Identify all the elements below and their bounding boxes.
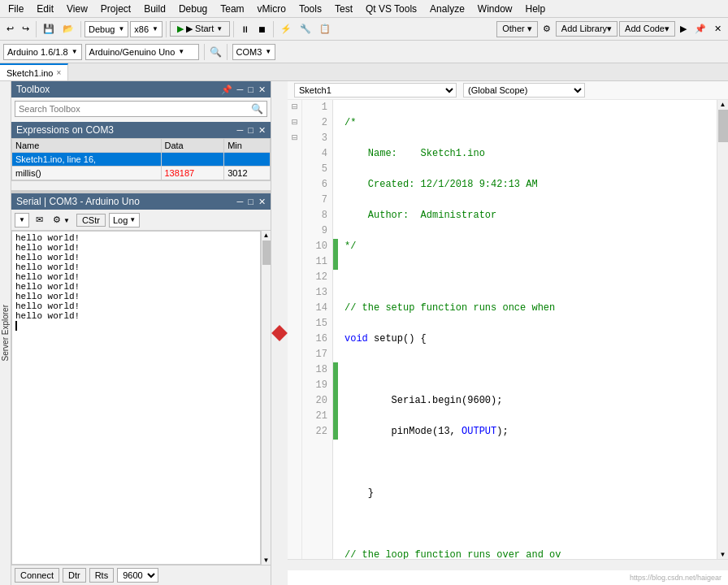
code-scroll-down[interactable]: ▼	[720, 551, 726, 558]
menu-help[interactable]: Help	[519, 2, 552, 16]
rts-button[interactable]: Rts	[89, 568, 115, 583]
serial-expand-btn[interactable]: □	[248, 197, 254, 207]
expressions-table: Name Data Min Sketch1.ino, line 16, mill	[11, 138, 271, 180]
device-dropdown[interactable]: Arduino/Genuino Uno ▼	[85, 44, 199, 60]
menu-window[interactable]: Window	[471, 2, 519, 16]
serial-close-btn[interactable]: ✕	[258, 197, 266, 207]
pin-btn[interactable]: 📌	[691, 22, 709, 36]
menu-build[interactable]: Build	[137, 2, 172, 16]
expr-expand-btn[interactable]: □	[248, 125, 254, 136]
gear-btn[interactable]: ⚙	[540, 22, 554, 36]
stop-btn[interactable]: ⏹	[254, 23, 270, 36]
line-num-21: 21	[307, 409, 327, 424]
code-vscroll[interactable]: ▲ ▼	[717, 100, 728, 559]
start-button[interactable]: ▶ ▶ Start ▼	[170, 21, 230, 37]
add-code-button[interactable]: Add Code▾	[619, 21, 675, 37]
expr-minimize-btn[interactable]: ─	[237, 125, 244, 136]
menu-qtvs[interactable]: Qt VS Tools	[359, 2, 423, 16]
undo-btn[interactable]: ↩	[3, 22, 17, 36]
cstr-btn[interactable]: CStr	[76, 214, 106, 227]
platform-dropdown[interactable]: x86 ▼	[130, 21, 162, 37]
menu-bar: File Edit View Project Build Debug Team …	[0, 0, 728, 18]
scope-dropdown[interactable]: Sketch1	[294, 83, 457, 98]
serial-settings-btn[interactable]: ⚙ ▼	[50, 213, 73, 227]
save-btn[interactable]: 💾	[40, 22, 58, 36]
menu-test[interactable]: Test	[328, 2, 359, 16]
toolbox-expand-btn[interactable]: □	[248, 84, 254, 95]
code-scroll-up[interactable]: ▲	[720, 101, 726, 108]
menu-debug[interactable]: Debug	[172, 2, 214, 16]
expr-data-0: 138187	[161, 167, 224, 180]
config-dropdown[interactable]: Debug ▼	[84, 21, 128, 37]
pause-btn[interactable]: ⏸	[237, 23, 253, 36]
expressions-data-row[interactable]: millis() 138187 3012	[12, 167, 271, 180]
line-num-22: 22	[307, 424, 327, 440]
fold-8[interactable]: ⊟	[288, 115, 301, 131]
log-dropdown[interactable]: Log ▼	[109, 213, 140, 228]
baud-rate-select[interactable]: 9600	[117, 568, 158, 583]
menu-file[interactable]: File	[2, 2, 30, 16]
line-num-20: 20	[307, 393, 327, 409]
dtr-button[interactable]: Dtr	[63, 568, 86, 583]
code-scroll-thumb[interactable]	[718, 110, 728, 142]
toolbar-btn-a[interactable]: ⚡	[277, 22, 295, 36]
serial-header-controls: ─ □ ✕	[237, 197, 266, 207]
line-numbers: 1 2 3 4 5 6 7 8 9 10 11 12 13 14 15 16 1	[302, 100, 333, 559]
redo-btn[interactable]: ↪	[19, 22, 32, 36]
tab-sketch[interactable]: Sketch1.ino ×	[0, 63, 68, 80]
code-text-area[interactable]: /* Name: Sketch1.ino Created: 12/1/2018 …	[338, 100, 717, 559]
serial-line-4: hello world!	[15, 272, 257, 282]
scroll-thumb[interactable]	[262, 240, 271, 265]
menu-edit[interactable]: Edit	[30, 2, 60, 16]
global-scope-dropdown[interactable]: (Global Scope)	[463, 83, 585, 98]
menu-view[interactable]: View	[60, 2, 94, 16]
menu-tools[interactable]: Tools	[292, 2, 328, 16]
serial-title: Serial | COM3 - Arduino Uno	[16, 196, 140, 207]
com-dropdown[interactable]: COM3 ▼	[232, 44, 276, 60]
code-line-12	[344, 455, 710, 470]
code-hscroll[interactable]	[288, 559, 728, 570]
code-line-1: /*	[344, 115, 710, 131]
serial-mail-btn[interactable]: ✉	[32, 213, 46, 227]
toolbar-btn-b[interactable]: 🔧	[297, 22, 314, 36]
serial-minimize-btn[interactable]: ─	[237, 197, 244, 207]
toolbox-pin-btn[interactable]: 📌	[221, 84, 232, 95]
close-win-btn[interactable]: ✕	[711, 22, 725, 36]
scroll-up-btn[interactable]: ▲	[263, 232, 270, 239]
serial-output: hello world! hello world! hello world! h…	[11, 231, 261, 565]
line-num-14: 14	[307, 301, 327, 316]
side-panel[interactable]: Server Explorer	[0, 81, 11, 585]
menu-analyze[interactable]: Analyze	[423, 2, 471, 16]
menu-project[interactable]: Project	[94, 2, 137, 16]
fold-16[interactable]: ⊟	[288, 131, 301, 146]
toolbox-close-btn[interactable]: ✕	[258, 84, 266, 95]
serial-line-0: hello world!	[15, 233, 257, 243]
expr-close-btn[interactable]: ✕	[258, 125, 266, 136]
open-btn[interactable]: 📂	[59, 22, 77, 36]
menu-vmicro[interactable]: vMicro	[251, 2, 292, 16]
serial-input-dropdown[interactable]: ▼	[15, 213, 29, 228]
search-icon[interactable]: 🔍	[251, 103, 263, 115]
line-num-5: 5	[307, 162, 327, 177]
toolbar-btn-c[interactable]: 📋	[316, 22, 334, 36]
tab-close-icon[interactable]: ×	[56, 68, 61, 77]
board-dropdown[interactable]: Arduino 1.6/1.8 ▼	[3, 44, 82, 60]
serial-scrollbar[interactable]: ▲ ▼	[261, 231, 271, 565]
fold-1[interactable]: ⊟	[288, 100, 301, 115]
scroll-down-btn[interactable]: ▼	[263, 557, 270, 564]
other-dropdown[interactable]: Other ▾	[496, 21, 538, 37]
run-btn-2[interactable]: ▶	[677, 22, 690, 36]
add-library-button[interactable]: Add Library▾	[556, 21, 618, 37]
connect-button[interactable]: Connect	[15, 568, 59, 583]
search-input[interactable]	[19, 104, 251, 114]
h-scroll-bar[interactable]	[11, 180, 271, 190]
serial-content-area: hello world! hello world! hello world! h…	[11, 231, 271, 565]
line-num-10: 10	[307, 239, 327, 254]
toolbox-minimize-btn[interactable]: ─	[237, 84, 244, 95]
line-num-8: 8	[307, 208, 327, 223]
expressions-selected-row[interactable]: Sketch1.ino, line 16,	[12, 153, 271, 167]
line-num-11: 11	[307, 254, 327, 270]
serial-line-8: hello world!	[15, 311, 257, 321]
menu-team[interactable]: Team	[214, 2, 250, 16]
line-num-12: 12	[307, 270, 327, 285]
